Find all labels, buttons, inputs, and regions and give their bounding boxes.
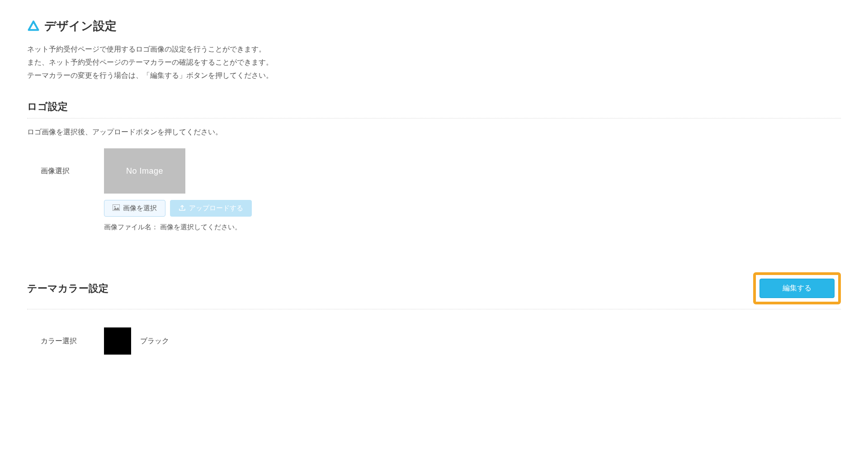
color-name: ブラック [140,337,169,346]
logo-section-title: ロゴ設定 [27,100,68,114]
color-swatch [104,327,131,355]
filename-label: 画像ファイル名： [104,223,158,231]
description-line: ネット予約受付ページで使用するロゴ画像の設定を行うことができます。 [27,43,841,56]
filename-line: 画像ファイル名： 画像を選択してください。 [104,223,252,232]
edit-button[interactable]: 編集する [760,279,835,298]
page-description: ネット予約受付ページで使用するロゴ画像の設定を行うことができます。 また、ネット… [27,43,841,82]
triangle-icon [27,20,40,33]
theme-section-title: テーマカラー設定 [27,282,108,295]
select-image-label: 画像を選択 [123,204,157,213]
filename-value: 画像を選択してください。 [160,223,241,231]
edit-button-highlight: 編集する [753,272,841,304]
description-line: テーマカラーの変更を行う場合は、「編集する」ボタンを押してください。 [27,69,841,82]
upload-label: アップロードする [189,204,243,213]
logo-section-helper: ロゴ画像を選択後、アップロードボタンを押してください。 [27,128,841,137]
page-title: デザイン設定 [44,18,117,34]
svg-point-1 [114,206,116,208]
image-select-label: 画像選択 [41,148,77,176]
description-line: また、ネット予約受付ページのテーマカラーの確認をすることができます。 [27,56,841,69]
upload-button[interactable]: アップロードする [170,200,252,217]
upload-icon [179,204,186,212]
color-select-label: カラー選択 [41,337,81,346]
select-image-button[interactable]: 画像を選択 [104,200,165,217]
image-icon [113,204,120,212]
no-image-placeholder: No Image [104,148,185,194]
